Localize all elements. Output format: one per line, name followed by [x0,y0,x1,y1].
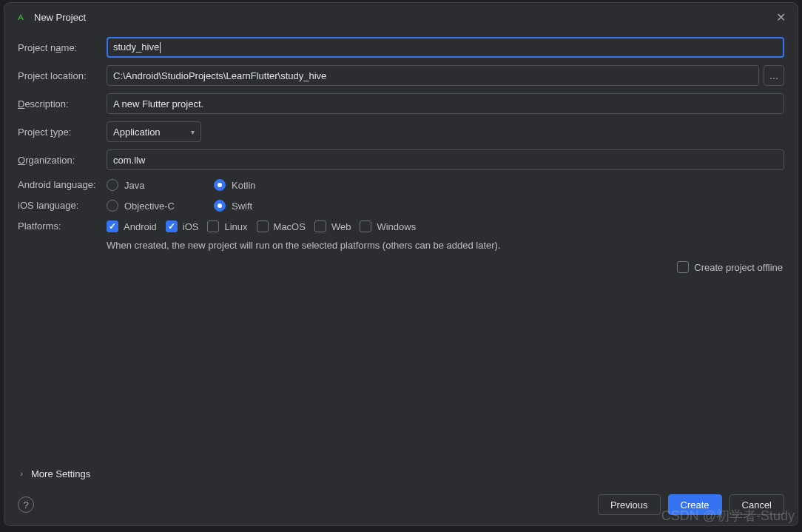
browse-location-button[interactable]: … [764,65,784,86]
close-icon[interactable]: ✕ [774,10,787,24]
cancel-button[interactable]: Cancel [729,494,784,515]
project-name-input[interactable]: study_hive [107,37,784,58]
ios-lang-radio-swift[interactable]: Swift [214,200,288,212]
platform-checkbox-windows[interactable]: Windows [360,220,416,232]
android-language-label: Android language: [18,179,107,190]
radio-label: Java [124,180,144,191]
android-studio-icon [15,11,27,23]
title-bar: New Project ✕ [4,3,798,30]
dialog-title: New Project [34,12,774,23]
project-type-select[interactable]: Application ▾ [107,121,201,142]
dialog-footer: ? Previous Create Cancel [4,487,798,525]
radio-icon [214,200,226,212]
checkbox-label: Android [124,221,157,232]
platform-checkbox-macos[interactable]: MacOS [257,220,306,232]
radio-icon [107,179,118,191]
checkbox-icon [677,261,689,273]
platforms-label: Platforms: [18,219,107,232]
project-type-label: Project type: [18,127,107,138]
checkbox-label: Linux [224,221,247,232]
description-label: Description: [18,98,107,110]
help-icon[interactable]: ? [18,496,34,513]
dialog-content: Project name: study_hive Project locatio… [4,30,798,465]
platform-checkbox-web[interactable]: Web [314,220,351,232]
radio-label: Kotlin [232,180,256,191]
create-offline-checkbox[interactable]: Create project offline [677,261,783,273]
radio-label: Objective-C [124,201,175,212]
checkbox-label: iOS [183,221,199,232]
project-name-label: Project name: [18,42,107,53]
checkbox-icon [107,220,118,232]
platform-checkbox-android[interactable]: Android [107,220,157,232]
checkbox-label: MacOS [274,221,306,232]
more-settings-toggle[interactable]: › More Settings [4,465,798,487]
checkbox-icon [257,220,269,232]
create-offline-label: Create project offline [694,262,783,273]
radio-icon [214,179,226,191]
organization-label: Organization: [18,155,107,166]
checkbox-label: Windows [377,221,416,232]
checkbox-icon [166,220,178,232]
chevron-right-icon: › [18,469,25,478]
checkbox-icon [360,220,371,232]
project-location-label: Project location: [18,70,107,81]
checkbox-icon [314,220,326,232]
radio-icon [107,200,118,212]
create-button[interactable]: Create [668,494,722,515]
project-location-input[interactable] [107,65,759,86]
ios-language-label: iOS language: [18,200,107,211]
more-settings-label: More Settings [31,468,90,479]
platform-checkbox-linux[interactable]: Linux [207,220,247,232]
android-lang-radio-java[interactable]: Java [107,179,181,191]
ios-lang-radio-objective-c[interactable]: Objective-C [107,200,181,212]
previous-button[interactable]: Previous [598,494,661,515]
organization-input[interactable] [107,149,784,170]
platform-checkbox-ios[interactable]: iOS [166,220,199,232]
description-input[interactable] [107,93,784,114]
platforms-hint: When created, the new project will run o… [107,240,784,251]
checkbox-icon [207,220,219,232]
checkbox-label: Web [331,221,351,232]
chevron-down-icon: ▾ [191,128,195,136]
android-lang-radio-kotlin[interactable]: Kotlin [214,179,288,191]
radio-label: Swift [232,201,252,212]
new-project-dialog: New Project ✕ Project name: study_hive P… [4,2,798,526]
project-type-value: Application [113,127,161,138]
